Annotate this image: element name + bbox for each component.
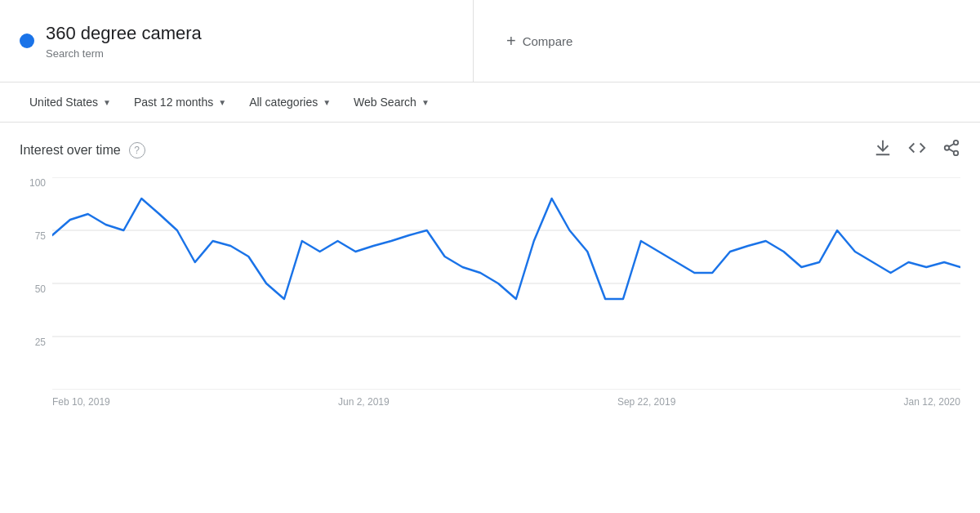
chart-container: 100 75 50 25 Feb 10, 2019: [20, 177, 960, 422]
svg-point-0: [954, 141, 959, 145]
x-axis-labels: Feb 10, 2019 Jun 2, 2019 Sep 22, 2019 Ja…: [52, 390, 960, 422]
chart-actions: [874, 139, 960, 161]
svg-point-2: [954, 151, 959, 156]
help-icon[interactable]: ?: [129, 142, 145, 158]
category-chevron-icon: ▼: [323, 98, 331, 107]
compare-button[interactable]: + Compare: [506, 32, 572, 51]
plus-icon: +: [506, 32, 516, 51]
y-label-25: 25: [20, 337, 52, 348]
compare-section: + Compare: [474, 17, 980, 65]
filters-bar: United States ▼ Past 12 months ▼ All cat…: [0, 83, 980, 123]
category-filter[interactable]: All categories ▼: [239, 91, 341, 114]
category-label: All categories: [249, 96, 318, 109]
x-label-sep: Sep 22, 2019: [617, 396, 675, 408]
search-term-dot: [20, 33, 34, 48]
search-term-type: Search term: [46, 47, 202, 60]
region-label: United States: [29, 96, 98, 109]
search-type-chevron-icon: ▼: [421, 98, 430, 107]
x-label-jun: Jun 2, 2019: [338, 396, 390, 408]
chart-header: Interest over time ?: [20, 139, 960, 161]
search-type-label: Web Search: [354, 96, 416, 109]
svg-point-1: [945, 145, 950, 150]
time-chevron-icon: ▼: [218, 98, 226, 107]
header: 360 degree camera Search term + Compare: [0, 0, 980, 83]
chart-title-group: Interest over time ?: [20, 142, 145, 158]
share-icon[interactable]: [942, 139, 960, 161]
download-icon[interactable]: [874, 139, 892, 161]
time-range-filter[interactable]: Past 12 months ▼: [124, 91, 236, 114]
x-label-jan: Jan 12, 2020: [904, 396, 960, 408]
region-chevron-icon: ▼: [103, 98, 111, 107]
help-icon-label: ?: [134, 145, 140, 156]
y-label-100: 100: [20, 177, 52, 189]
region-filter[interactable]: United States ▼: [20, 91, 121, 114]
search-term-section: 360 degree camera Search term: [0, 0, 474, 82]
y-label-75: 75: [20, 230, 52, 242]
x-label-feb: Feb 10, 2019: [52, 396, 110, 408]
search-term-text: 360 degree camera Search term: [46, 22, 202, 60]
trend-chart: [52, 177, 960, 390]
time-range-label: Past 12 months: [134, 96, 213, 109]
y-axis-labels: 100 75 50 25: [20, 177, 52, 390]
search-type-filter[interactable]: Web Search ▼: [344, 91, 439, 114]
chart-section: Interest over time ?: [0, 123, 980, 430]
search-term-title: 360 degree camera: [46, 22, 202, 46]
svg-line-3: [949, 149, 954, 152]
y-label-50: 50: [20, 283, 52, 295]
chart-title: Interest over time: [20, 143, 121, 158]
chart-svg-area: [52, 177, 960, 390]
compare-label: Compare: [523, 34, 573, 48]
trend-polyline: [52, 199, 960, 299]
embed-icon[interactable]: [908, 139, 926, 161]
svg-line-4: [949, 144, 954, 147]
